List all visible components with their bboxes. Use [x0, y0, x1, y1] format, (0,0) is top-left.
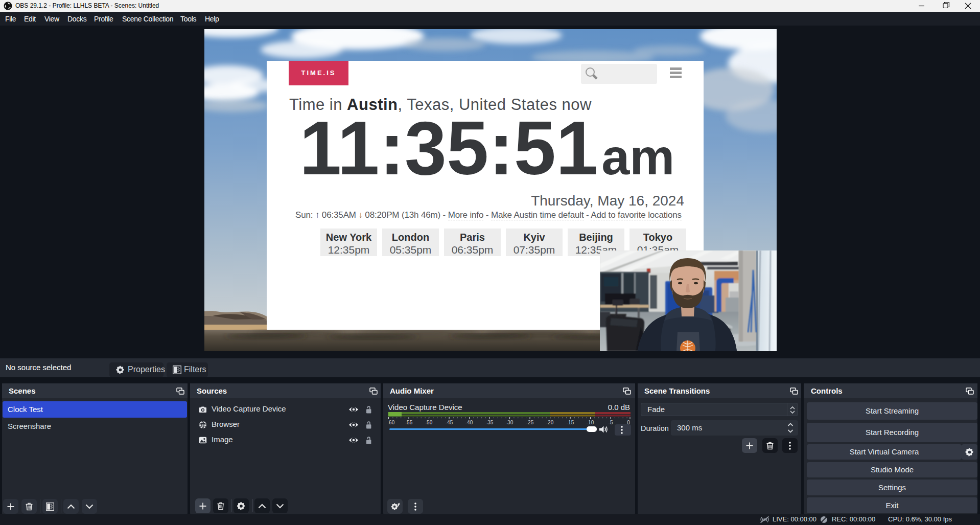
svg-text:-45: -45: [446, 420, 453, 425]
svg-text:-5: -5: [609, 420, 613, 425]
svg-text:-10: -10: [587, 420, 594, 425]
svg-text:-15: -15: [567, 420, 574, 425]
svg-text:-30: -30: [506, 420, 514, 425]
svg-text:-55: -55: [405, 420, 413, 425]
svg-text:-20: -20: [546, 420, 554, 425]
svg-text:-35: -35: [486, 420, 494, 425]
svg-text:-50: -50: [425, 420, 433, 425]
svg-text:-60: -60: [388, 420, 395, 425]
svg-text:-25: -25: [526, 420, 534, 425]
svg-text:-40: -40: [465, 420, 473, 425]
